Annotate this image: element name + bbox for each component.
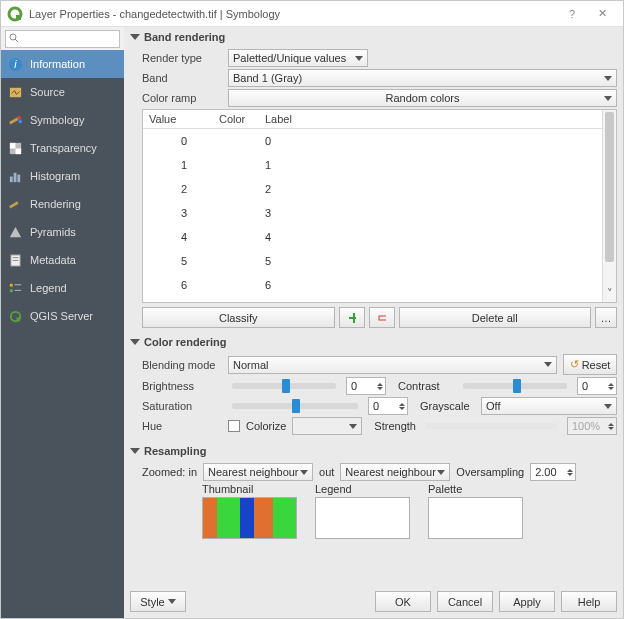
sidebar-item-label: Histogram <box>30 170 80 182</box>
search-icon <box>9 33 19 43</box>
histogram-icon <box>8 169 23 184</box>
svg-rect-29 <box>379 316 386 320</box>
oversampling-label: Oversampling <box>456 466 524 478</box>
delete-all-button[interactable]: Delete all <box>399 307 592 328</box>
cell-value: 6 <box>149 279 219 291</box>
cell-value: 5 <box>149 255 219 267</box>
help-button[interactable]: ? <box>557 8 587 20</box>
strength-spin: 100% <box>567 417 617 435</box>
sidebar-item-metadata[interactable]: Metadata <box>1 246 124 274</box>
blending-mode-combo[interactable]: Normal <box>228 356 557 374</box>
more-options-button[interactable]: … <box>595 307 617 328</box>
reset-button[interactable]: ↺Reset <box>563 354 617 375</box>
reset-icon: ↺ <box>570 358 579 371</box>
saturation-slider[interactable] <box>232 403 358 409</box>
transparency-icon <box>8 141 23 156</box>
brightness-spin[interactable]: 0 <box>346 377 386 395</box>
sidebar-item-label: Pyramids <box>30 226 76 238</box>
zoom-out-combo[interactable]: Nearest neighbour <box>340 463 450 481</box>
grayscale-combo[interactable]: Off <box>481 397 617 415</box>
titlebar: Layer Properties - changedetectwith.tif … <box>1 1 623 27</box>
table-row[interactable]: 77 <box>143 297 602 302</box>
svg-rect-22 <box>10 289 13 292</box>
style-button[interactable]: Style <box>130 591 186 612</box>
sidebar-item-pyramids[interactable]: Pyramids <box>1 218 124 246</box>
svg-rect-26 <box>16 317 20 321</box>
band-rendering-header[interactable]: Band rendering <box>130 31 617 43</box>
color-ramp-label: Color ramp <box>142 92 222 104</box>
sidebar-item-transparency[interactable]: Transparency <box>1 134 124 162</box>
add-entry-button[interactable] <box>339 307 365 328</box>
caret-down-icon <box>168 599 176 604</box>
apply-button[interactable]: Apply <box>499 591 555 612</box>
saturation-spin[interactable]: 0 <box>368 397 408 415</box>
svg-point-9 <box>18 119 22 123</box>
sidebar: iInformation Source Symbology Transparen… <box>1 50 124 618</box>
qgis-logo-icon <box>7 6 23 22</box>
sidebar-item-label: Transparency <box>30 142 97 154</box>
caret-down-icon <box>437 470 445 475</box>
sidebar-item-information[interactable]: iInformation <box>1 50 124 78</box>
caret-down-icon <box>355 56 363 61</box>
caret-down-icon <box>544 362 552 367</box>
cell-label: 6 <box>265 279 596 291</box>
zoom-in-combo[interactable]: Nearest neighbour <box>203 463 313 481</box>
oversampling-spin[interactable]: 2.00 <box>530 463 576 481</box>
sidebar-item-qgis-server[interactable]: QGIS Server <box>1 302 124 330</box>
brightness-label: Brightness <box>142 380 222 392</box>
col-color[interactable]: Color <box>219 113 265 125</box>
classify-button[interactable]: Classify <box>142 307 335 328</box>
resampling-header[interactable]: Resampling <box>130 445 617 457</box>
table-row[interactable]: 66 <box>143 273 602 297</box>
svg-rect-15 <box>17 174 20 182</box>
server-icon <box>8 309 23 324</box>
plus-icon <box>348 312 356 324</box>
help-button[interactable]: Help <box>561 591 617 612</box>
contrast-spin[interactable]: 0 <box>577 377 617 395</box>
brightness-slider[interactable] <box>232 383 336 389</box>
table-row[interactable]: 11 <box>143 153 602 177</box>
cell-value: 1 <box>149 159 219 171</box>
caret-down-icon <box>604 76 612 81</box>
colorize-checkbox[interactable] <box>228 420 240 432</box>
contrast-label: Contrast <box>398 380 453 392</box>
window-title: Layer Properties - changedetectwith.tif … <box>29 8 557 20</box>
info-icon: i <box>8 57 23 72</box>
sidebar-item-label: Symbology <box>30 114 84 126</box>
col-value[interactable]: Value <box>149 113 219 125</box>
color-rendering-header[interactable]: Color rendering <box>130 336 617 348</box>
table-row[interactable]: 33 <box>143 201 602 225</box>
band-combo[interactable]: Band 1 (Gray) <box>228 69 617 87</box>
cancel-button[interactable]: Cancel <box>437 591 493 612</box>
sidebar-item-symbology[interactable]: Symbology <box>1 106 124 134</box>
strength-slider <box>426 423 557 429</box>
table-row[interactable]: 22 <box>143 177 602 201</box>
contrast-slider[interactable] <box>463 383 567 389</box>
table-scrollbar[interactable]: ˅ <box>602 110 616 302</box>
search-input[interactable] <box>5 30 120 48</box>
cell-label: 5 <box>265 255 596 267</box>
saturation-label: Saturation <box>142 400 222 412</box>
color-ramp-combo[interactable]: Random colors <box>228 89 617 107</box>
table-row[interactable]: 55 <box>143 249 602 273</box>
close-button[interactable]: ✕ <box>587 7 617 20</box>
cell-label: 3 <box>265 207 596 219</box>
table-row[interactable]: 00 <box>143 129 602 153</box>
sidebar-item-legend[interactable]: Legend <box>1 274 124 302</box>
svg-rect-1 <box>16 15 21 20</box>
collapse-arrow-icon <box>130 339 140 345</box>
sidebar-item-histogram[interactable]: Histogram <box>1 162 124 190</box>
cell-label: 2 <box>265 183 596 195</box>
ok-button[interactable]: OK <box>375 591 431 612</box>
table-row[interactable]: 44 <box>143 225 602 249</box>
render-type-combo[interactable]: Paletted/Unique values <box>228 49 368 67</box>
svg-rect-13 <box>10 176 13 182</box>
sidebar-item-rendering[interactable]: Rendering <box>1 190 124 218</box>
sidebar-item-label: Information <box>30 58 85 70</box>
zoomed-in-label: Zoomed: in <box>142 466 197 478</box>
legend-icon <box>8 281 23 296</box>
remove-entry-button[interactable] <box>369 307 395 328</box>
main-panel: Band rendering Render type Paletted/Uniq… <box>124 27 623 618</box>
sidebar-item-source[interactable]: Source <box>1 78 124 106</box>
col-label[interactable]: Label <box>265 113 596 125</box>
